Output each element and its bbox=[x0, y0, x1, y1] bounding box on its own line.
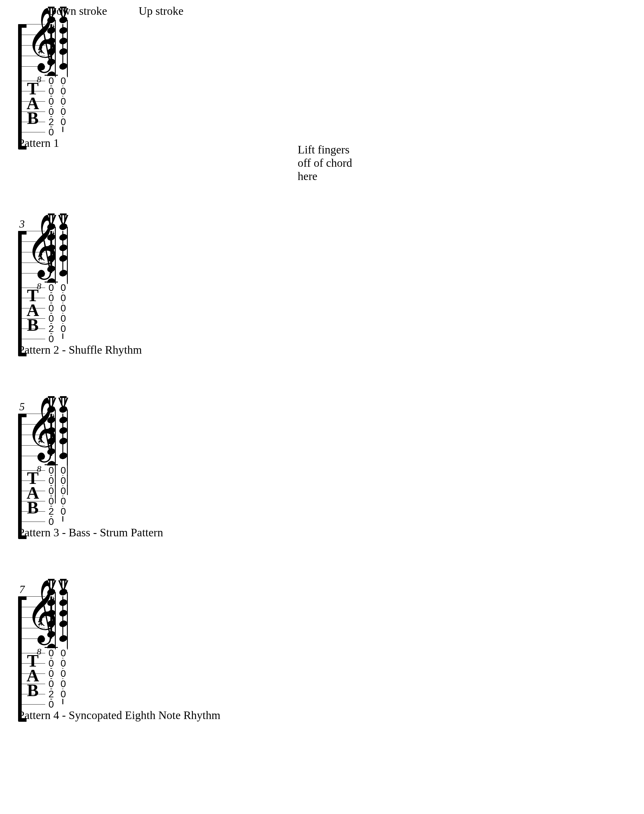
tab-column: 0000 bbox=[44, 81, 58, 132]
chord bbox=[57, 596, 69, 639]
music-system: 3𝄞8♯V♯♯V♯♯V♯♯V♯V♯♯V♯♯V♯♯VTAB001220001220… bbox=[18, 213, 626, 356]
chord bbox=[57, 24, 69, 66]
fret-number: 0 bbox=[60, 669, 67, 678]
pattern-caption: Pattern 2 - Shuffle Rhythm bbox=[18, 343, 626, 356]
fret-number: 0 bbox=[60, 476, 67, 485]
fret-number: 0 bbox=[48, 97, 55, 106]
fret-number: 0 bbox=[48, 293, 55, 303]
tab-column: 0000 bbox=[44, 653, 58, 704]
fret-number: 0 bbox=[48, 313, 55, 323]
fret-number: 0 bbox=[60, 689, 67, 699]
music-system: 7𝄞8♯♯♯V♯♯V♯V♯♯♯V♯♯V♯VTAB0012200012200012… bbox=[18, 578, 626, 722]
lift-fingers-annotation: Lift fingers off of chord here bbox=[298, 143, 352, 183]
fret-number: 0 bbox=[48, 465, 55, 475]
fret-number: 0 bbox=[60, 648, 67, 658]
fret-number: 0 bbox=[60, 117, 67, 127]
fret-number: 0 bbox=[60, 659, 67, 668]
tab-column: 00000 bbox=[57, 287, 70, 339]
tab-clef: TAB bbox=[26, 81, 38, 126]
music-system: Down strokeUp stroke𝄞8♯♯♯V♯♯V♯V♯♯♯V♯♯V♯V… bbox=[18, 6, 626, 149]
fret-number: 0 bbox=[60, 324, 67, 333]
fret-number: 0 bbox=[60, 97, 67, 106]
tab-clef: TAB bbox=[26, 653, 38, 698]
chord bbox=[57, 414, 69, 456]
fret-number: 0 bbox=[48, 107, 55, 117]
pattern-caption: Pattern 4 - Syncopated Eighth Note Rhyth… bbox=[18, 708, 626, 722]
pattern-caption: Pattern 3 - Bass - Strum Pattern bbox=[18, 526, 626, 539]
fret-number: 0 bbox=[48, 283, 55, 292]
fret-number: 0 bbox=[48, 669, 55, 678]
fret-number: 0 bbox=[60, 303, 67, 313]
fret-number: 0 bbox=[60, 86, 67, 96]
fret-number: 0 bbox=[48, 496, 55, 506]
fret-number: 0 bbox=[48, 648, 55, 658]
tab-column: 00000 bbox=[57, 81, 70, 132]
music-system: 5𝄞8♯♯♯V♯V♯♯♯V♯VTAB0001220001220001220001… bbox=[18, 396, 626, 539]
fret-number: 0 bbox=[60, 465, 67, 475]
tab-clef: TAB bbox=[26, 471, 38, 515]
fret-number: 0 bbox=[48, 486, 55, 496]
fret-number: 0 bbox=[48, 303, 55, 313]
up-stroke-label: Up stroke bbox=[139, 4, 184, 17]
chord bbox=[57, 231, 69, 273]
fret-number: 0 bbox=[60, 76, 67, 86]
tab-column: 0000 bbox=[44, 287, 58, 339]
fret-number: 0 bbox=[60, 679, 67, 689]
fret-number: 0 bbox=[48, 679, 55, 689]
tab-column: 00000 bbox=[57, 470, 70, 522]
fret-number: 0 bbox=[48, 659, 55, 668]
fret-number: 0 bbox=[60, 496, 67, 506]
tab-column: 00000 bbox=[57, 653, 70, 704]
fret-number: 0 bbox=[60, 283, 67, 292]
fret-number: 0 bbox=[48, 86, 55, 96]
fret-number: 0 bbox=[48, 476, 55, 485]
fret-number: 0 bbox=[60, 293, 67, 303]
fret-number: 0 bbox=[60, 107, 67, 117]
fret-number: 0 bbox=[48, 76, 55, 86]
tab-column: 0000 bbox=[44, 470, 58, 522]
tab-clef: TAB bbox=[26, 288, 38, 333]
fret-number: 0 bbox=[60, 486, 67, 496]
fret-number: 0 bbox=[60, 313, 67, 323]
fret-number: 0 bbox=[60, 507, 67, 516]
